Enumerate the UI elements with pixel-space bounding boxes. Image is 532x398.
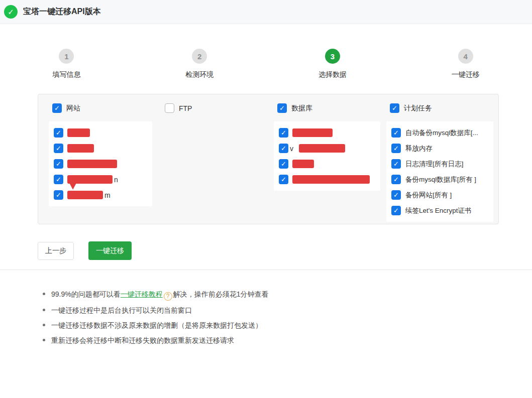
item-checkbox[interactable]: ✓: [391, 175, 401, 184]
list-item: ✓: [279, 156, 375, 172]
help-icon[interactable]: ?: [164, 292, 172, 301]
tip-item: 一键迁移过程中是后台执行可以关闭当前窗口: [43, 305, 532, 316]
tip-item: 重新迁移会将迁移中断和迁移失败的数据重新发送迁移请求: [43, 335, 532, 346]
step-1: 1填写信息: [0, 49, 133, 79]
step-label: 检测环境: [185, 70, 214, 79]
redacted-text: [67, 160, 117, 168]
cron-item-list: ✓自动备份mysql数据库[...✓释放内存✓日志清理[所有日志]✓备份mysq…: [386, 121, 493, 222]
group-ftp: FTP: [165, 103, 277, 224]
redacted-text: [67, 144, 94, 153]
redaction-suffix-text: m: [104, 191, 111, 199]
list-item: ✓: [54, 125, 147, 141]
step-label: 选择数据: [318, 70, 347, 79]
list-item: ✓n: [54, 172, 147, 187]
list-item: ✓: [54, 141, 147, 156]
group-website: ✓网站✓✓✓✓n✓m: [52, 103, 165, 224]
tip-text: 一键迁移过程中是后台执行可以关闭当前窗口: [51, 306, 192, 314]
cron-checkbox[interactable]: ✓: [390, 103, 399, 113]
item-label: 释放内存: [405, 144, 433, 153]
list-item: ✓自动备份mysql数据库[...: [391, 125, 488, 141]
migration-wizard-page: ✓ 宝塔一键迁移API版本 1填写信息2检测环境3选择数据4一键迁移 ✓网站✓✓…: [0, 0, 532, 398]
item-checkbox[interactable]: ✓: [279, 159, 288, 169]
list-item: ✓备份mysql数据库[所有 ]: [391, 172, 488, 187]
ftp-label: FTP: [179, 104, 192, 112]
list-item: ✓v: [279, 141, 375, 156]
page-title: 宝塔一键迁移API版本: [23, 7, 101, 17]
redacted-text: [67, 128, 90, 137]
redacted-text: [67, 191, 103, 199]
list-item: ✓: [279, 125, 375, 141]
tip-text: 解决，操作前必须花1分钟查看: [173, 290, 269, 298]
item-label: 备份网站[所有 ]: [405, 191, 452, 200]
website-label: 网站: [66, 104, 80, 113]
redacted-text: [67, 175, 113, 184]
list-item: ✓释放内存: [391, 141, 488, 156]
step-3: 3选择数据: [266, 49, 399, 79]
step-4: 4一键迁移: [399, 49, 532, 79]
action-buttons: 上一步 一键迁移: [38, 241, 532, 260]
redaction-prefix-text: v: [290, 145, 293, 153]
item-checkbox[interactable]: ✓: [54, 175, 63, 184]
app-header: ✓ 宝塔一键迁移API版本: [0, 0, 532, 24]
database-checkbox[interactable]: ✓: [277, 103, 287, 113]
step-2: 2检测环境: [133, 49, 266, 79]
success-check-icon: ✓: [4, 5, 18, 19]
migrate-button[interactable]: 一键迁移: [88, 241, 132, 260]
list-item: ✓m: [54, 187, 147, 203]
item-checkbox[interactable]: ✓: [279, 128, 288, 138]
list-item: ✓续签Let's Encrypt证书: [391, 203, 488, 218]
website-checkbox[interactable]: ✓: [52, 103, 62, 113]
item-label: 备份mysql数据库[所有 ]: [405, 175, 476, 184]
group-cron: ✓计划任务✓自动备份mysql数据库[...✓释放内存✓日志清理[所有日志]✓备…: [390, 103, 502, 224]
item-checkbox[interactable]: ✓: [279, 144, 288, 153]
list-item: ✓日志清理[所有日志]: [391, 156, 488, 172]
group-header-database: ✓数据库: [277, 103, 390, 113]
item-checkbox[interactable]: ✓: [391, 190, 401, 200]
item-label: 自动备份mysql数据库[...: [405, 128, 478, 138]
item-checkbox[interactable]: ✓: [54, 190, 63, 200]
list-item: ✓备份网站[所有 ]: [391, 187, 488, 203]
tutorial-link[interactable]: 一键迁移教程: [121, 290, 163, 298]
step-number: 3: [325, 49, 340, 64]
tip-text: 重新迁移会将迁移中断和迁移失败的数据重新发送迁移请求: [51, 336, 234, 344]
list-item: ✓: [54, 156, 147, 172]
group-header-ftp: FTP: [165, 103, 277, 113]
item-checkbox[interactable]: ✓: [54, 128, 63, 138]
redacted-text: [299, 144, 345, 153]
tip-item: 一键迁移迁移数据不涉及原来数据的增删（是将原来数据打包发送）: [43, 320, 532, 331]
tip-text: 99.9%的问题都可以看: [51, 290, 121, 298]
list-item: ✓: [279, 172, 375, 187]
step-label: 一键迁移: [452, 70, 480, 79]
step-number: 2: [192, 49, 207, 64]
step-label: 填写信息: [52, 70, 80, 79]
item-label: 日志清理[所有日志]: [405, 160, 464, 169]
stepper: 1填写信息2检测环境3选择数据4一键迁移: [0, 49, 532, 79]
step-number: 1: [59, 49, 74, 64]
cron-label: 计划任务: [404, 104, 432, 113]
item-checkbox[interactable]: ✓: [279, 175, 288, 184]
step-number: 4: [458, 49, 473, 64]
ftp-checkbox[interactable]: [165, 103, 174, 113]
tip-item: 99.9%的问题都可以看一键迁移教程?解决，操作前必须花1分钟查看: [43, 289, 532, 301]
database-item-list: ✓✓v✓✓: [274, 121, 380, 191]
tip-text: 一键迁移迁移数据不涉及原来数据的增删（是将原来数据打包发送）: [51, 321, 262, 329]
tips-list: 99.9%的问题都可以看一键迁移教程?解决，操作前必须花1分钟查看一键迁移过程中…: [43, 289, 532, 346]
item-checkbox[interactable]: ✓: [54, 159, 63, 169]
item-checkbox[interactable]: ✓: [391, 206, 401, 215]
redacted-text: [292, 175, 370, 184]
data-selection-panel: ✓网站✓✓✓✓n✓mFTP✓数据库✓✓v✓✓✓计划任务✓自动备份mysql数据库…: [38, 94, 499, 224]
item-label: 续签Let's Encrypt证书: [405, 206, 472, 215]
redaction-suffix-text: n: [114, 176, 118, 184]
redacted-text: [292, 160, 314, 168]
item-checkbox[interactable]: ✓: [391, 128, 401, 138]
prev-step-button[interactable]: 上一步: [38, 242, 74, 260]
item-checkbox[interactable]: ✓: [391, 144, 401, 153]
redacted-text: [292, 128, 333, 137]
website-item-list: ✓✓✓✓n✓m: [49, 121, 152, 206]
database-label: 数据库: [291, 104, 312, 113]
item-checkbox[interactable]: ✓: [391, 159, 401, 169]
group-database: ✓数据库✓✓v✓✓: [277, 103, 390, 224]
section-divider: [0, 270, 532, 270]
group-header-cron: ✓计划任务: [390, 103, 502, 113]
item-checkbox[interactable]: ✓: [54, 144, 63, 153]
